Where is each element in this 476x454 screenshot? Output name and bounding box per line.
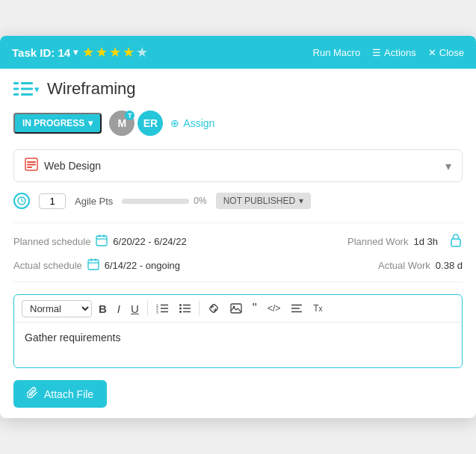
actual-schedule-label: Actual schedule — [13, 260, 82, 271]
run-macro-button[interactable]: Run Macro — [313, 47, 361, 58]
task-id-chevron-icon: ▾ — [73, 47, 78, 57]
blockquote-button[interactable]: " — [249, 299, 261, 317]
planned-schedule-calendar-icon — [96, 234, 108, 249]
assign-label: Assign — [183, 117, 214, 129]
svg-rect-3 — [21, 88, 33, 90]
list-view-icon[interactable]: ▾ — [13, 81, 40, 96]
attach-file-label: Attach File — [44, 388, 93, 400]
svg-text:3: 3 — [156, 310, 158, 314]
link-button[interactable] — [204, 302, 223, 315]
lock-icon[interactable] — [449, 232, 463, 251]
planned-schedule-value: 6/20/22 - 6/24/22 — [113, 236, 186, 247]
assign-button[interactable]: ⊕ Assign — [170, 117, 214, 129]
project-icon — [25, 158, 38, 174]
svg-rect-19 — [95, 259, 96, 261]
star-4-icon[interactable]: ★ — [123, 44, 135, 60]
rich-text-editor: Normal Heading 1 Heading 2 Heading 3 B I… — [13, 294, 463, 368]
svg-point-29 — [179, 304, 182, 306]
svg-rect-18 — [90, 259, 92, 261]
svg-point-31 — [179, 311, 182, 313]
bold-button[interactable]: B — [95, 301, 111, 317]
modal-header: Task ID: 14 ▾ ★ ★ ★ ★ ★ Run Macro ☰ Acti… — [0, 36, 476, 69]
italic-button[interactable]: I — [114, 301, 124, 317]
svg-rect-11 — [96, 236, 107, 246]
editor-content-text: Gather requirements — [25, 332, 120, 343]
svg-rect-1 — [21, 82, 33, 84]
star-5-icon[interactable]: ★ — [136, 44, 148, 60]
title-row: ▾ — [13, 79, 463, 99]
avatar-m[interactable]: M T — [109, 111, 135, 136]
not-published-label: NOT PUBLISHED — [223, 196, 295, 206]
svg-rect-15 — [451, 239, 460, 246]
list-chevron-icon: ▾ — [34, 84, 40, 95]
not-published-button[interactable]: NOT PUBLISHED ▾ — [216, 193, 311, 209]
project-name: Web Design — [44, 160, 101, 172]
planned-work-label: Planned Work — [347, 236, 408, 247]
attach-file-button[interactable]: Attach File — [13, 380, 107, 408]
svg-rect-5 — [21, 93, 33, 96]
svg-rect-16 — [88, 260, 99, 270]
close-button[interactable]: ✕ Close — [428, 47, 464, 58]
underline-button[interactable]: U — [127, 301, 143, 317]
metrics-row: Agile Pts 0% NOT PUBLISHED ▾ — [13, 193, 463, 209]
svg-point-30 — [179, 308, 182, 310]
star-rating[interactable]: ★ ★ ★ ★ ★ — [82, 44, 148, 60]
avatar-er-initials: ER — [143, 117, 158, 129]
agile-pts-input[interactable] — [39, 193, 66, 209]
svg-rect-4 — [13, 93, 19, 96]
avatars-group: M T ER — [109, 111, 163, 136]
svg-rect-8 — [27, 164, 36, 166]
actions-label: Actions — [384, 47, 416, 58]
progress-bar-container — [122, 199, 189, 204]
star-3-icon[interactable]: ★ — [109, 44, 121, 60]
task-title-input[interactable] — [47, 79, 463, 99]
actions-menu-icon: ☰ — [372, 47, 381, 58]
align-button[interactable] — [287, 302, 306, 315]
status-label: IN PROGRESS — [22, 118, 84, 128]
progress-bar-wrap: 0% — [122, 196, 206, 206]
project-selector[interactable]: Web Design ▾ — [13, 149, 463, 182]
star-1-icon[interactable]: ★ — [82, 44, 94, 60]
actions-button[interactable]: ☰ Actions — [372, 47, 416, 58]
svg-rect-0 — [13, 82, 19, 84]
unordered-list-button[interactable] — [175, 302, 194, 315]
actual-work-item: Actual Work 0.38 d — [378, 260, 463, 271]
planned-schedule-item: Planned schedule 6/20/22 - 6/24/22 — [13, 234, 187, 249]
agile-pts-label: Agile Pts — [75, 196, 113, 207]
editor-content[interactable]: Gather requirements — [14, 323, 462, 367]
avatar-m-initials: M — [118, 117, 127, 129]
header-right: Run Macro ☰ Actions ✕ Close — [313, 47, 464, 58]
actual-work-label: Actual Work — [378, 260, 430, 271]
avatar-er[interactable]: ER — [137, 111, 163, 136]
image-button[interactable] — [226, 302, 246, 315]
planned-work-value: 1d 3h — [413, 236, 438, 247]
svg-rect-2 — [13, 88, 19, 90]
clear-format-button[interactable]: Tx — [309, 302, 326, 315]
planned-schedule-label: Planned schedule — [13, 236, 90, 247]
status-button[interactable]: IN PROGRESS ▾ — [13, 113, 102, 134]
close-label: Close — [439, 47, 464, 58]
svg-rect-14 — [103, 235, 105, 237]
close-icon: ✕ — [428, 47, 436, 58]
avatar-m-badge: T — [125, 111, 135, 120]
modal-body: ▾ IN PROGRESS ▾ M T ER ⊕ Assign — [0, 69, 476, 418]
toolbar-divider-2 — [199, 301, 200, 316]
planned-work-item: Planned Work 1d 3h — [347, 232, 463, 251]
progress-percent: 0% — [194, 196, 206, 206]
svg-rect-13 — [99, 235, 100, 237]
format-select[interactable]: Normal Heading 1 Heading 2 Heading 3 — [22, 300, 92, 317]
task-id[interactable]: Task ID: 14 ▾ — [12, 46, 78, 59]
actual-schedule-item: Actual schedule 6/14/22 - ongoing — [13, 258, 180, 273]
agile-circle-icon — [13, 193, 30, 209]
editor-toolbar: Normal Heading 1 Heading 2 Heading 3 B I… — [14, 295, 462, 323]
ordered-list-button[interactable]: 123 — [152, 302, 172, 315]
svg-rect-7 — [27, 161, 36, 163]
attach-icon — [27, 387, 39, 401]
star-2-icon[interactable]: ★ — [96, 44, 108, 60]
svg-rect-32 — [231, 304, 241, 313]
project-chevron-icon: ▾ — [445, 159, 451, 173]
not-published-chevron-icon: ▾ — [299, 196, 303, 206]
code-button[interactable]: </> — [264, 302, 284, 315]
actual-schedule-value: 6/14/22 - ongoing — [105, 260, 180, 271]
task-id-label: Task ID: 14 — [12, 46, 70, 59]
